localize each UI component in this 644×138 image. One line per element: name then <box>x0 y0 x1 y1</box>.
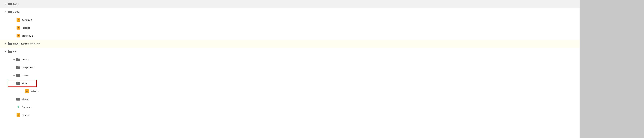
arrow-placeholder-views <box>12 97 16 101</box>
arrow-placeholder-components <box>12 66 16 69</box>
folder-icon-src <box>7 50 12 54</box>
arrow-build <box>4 2 7 6</box>
tree-item-build[interactable]: build <box>0 0 580 8</box>
arrow-router <box>12 73 16 77</box>
tree-item-src[interactable]: src <box>0 48 580 56</box>
svg-rect-13 <box>16 74 18 75</box>
folder-icon-config <box>7 10 12 14</box>
svg-rect-15 <box>16 82 18 83</box>
js-icon-stroe-index: JS <box>24 89 30 93</box>
tree-item-config-index-js[interactable]: JS index.js <box>0 24 580 32</box>
label-router: router <box>22 74 28 77</box>
js-icon-prod-env: JS <box>16 34 21 38</box>
label-main-js: main.js <box>22 114 29 116</box>
tree-item-assets[interactable]: assets <box>0 56 580 63</box>
label-src: src <box>13 50 16 53</box>
arrow-config <box>4 10 7 14</box>
label-node-modules: node_modules <box>13 43 28 45</box>
arrow-assets <box>12 58 16 61</box>
label-config: config <box>13 11 20 13</box>
folder-icon-assets <box>16 57 21 61</box>
tree-item-components[interactable]: components <box>0 63 580 71</box>
label-components: components <box>22 66 35 69</box>
folder-icon-views <box>16 97 21 101</box>
arrow-node-modules <box>4 42 7 45</box>
svg-rect-1 <box>8 3 9 4</box>
file-tree-panel: build config JS dev.env.js JS index.js J… <box>0 0 580 138</box>
svg-rect-11 <box>16 66 18 67</box>
js-icon-config-index: JS <box>16 26 21 30</box>
label-stroe: stroe <box>22 82 27 84</box>
tree-item-stroe[interactable]: stroe <box>0 79 580 87</box>
folder-icon-node-modules <box>7 42 12 46</box>
arrow-placeholder <box>12 26 16 30</box>
folder-icon-router <box>16 73 21 77</box>
vue-icon-app: ▼ <box>16 105 21 109</box>
tree-item-config[interactable]: config <box>0 8 580 16</box>
label-views: views <box>22 98 28 100</box>
svg-rect-3 <box>8 11 9 11</box>
arrow-placeholder <box>12 34 16 38</box>
arrow-placeholder <box>12 105 16 109</box>
arrow-src <box>4 50 7 53</box>
label-assets: assets <box>22 58 29 61</box>
arrow-placeholder <box>12 18 16 22</box>
tree-item-dev-env-js[interactable]: JS dev.env.js <box>0 16 580 24</box>
label-build: build <box>13 3 18 5</box>
library-root-label: library root <box>30 42 40 45</box>
label-prod-env-js: prod.env.js <box>22 35 33 37</box>
tree-item-app-vue[interactable]: ▼ App.vue <box>0 103 580 111</box>
arrow-placeholder <box>12 113 16 117</box>
svg-rect-7 <box>8 50 9 51</box>
tree-item-prod-env-js[interactable]: JS prod.env.js <box>0 32 580 40</box>
folder-icon-components <box>16 65 21 69</box>
label-app-vue: App.vue <box>22 106 30 108</box>
svg-rect-17 <box>16 98 18 98</box>
svg-rect-5 <box>8 42 9 43</box>
label-dev-env-js: dev.env.js <box>22 19 32 21</box>
tree-item-main-js[interactable]: JS main.js <box>0 111 580 119</box>
folder-icon-build <box>7 2 12 6</box>
svg-rect-9 <box>16 58 18 59</box>
js-icon-main: JS <box>16 113 21 117</box>
arrow-placeholder <box>21 89 24 93</box>
js-icon-dev-env: JS <box>16 18 21 22</box>
arrow-stroe <box>12 81 16 85</box>
tree-item-router[interactable]: router <box>0 71 580 79</box>
right-panel <box>580 0 644 138</box>
tree-item-node-modules[interactable]: node_modules library root <box>0 40 580 48</box>
tree-item-views[interactable]: views <box>0 95 580 103</box>
tree-item-stroe-index-js[interactable]: JS index.js <box>0 87 580 95</box>
label-stroe-index-js: index.js <box>30 90 38 92</box>
folder-icon-stroe <box>16 81 21 85</box>
label-config-index-js: index.js <box>22 27 30 29</box>
